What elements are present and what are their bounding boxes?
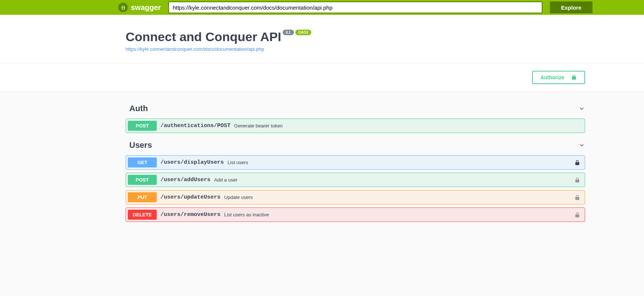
- method-badge: PUT: [128, 192, 157, 202]
- tag-header[interactable]: Auth: [126, 99, 585, 116]
- op-summary: List users: [228, 160, 248, 165]
- op-path: /users/removeUsers: [157, 212, 224, 218]
- spec-link[interactable]: https://kyle.connectandconquer.com/docs/…: [126, 46, 585, 52]
- op-summary: Update users: [224, 194, 253, 200]
- tags-section: AuthPOST/authentications/POSTGenerate be…: [0, 92, 644, 247]
- topbar: {·} swagger Explore: [0, 0, 644, 15]
- tag-name: Users: [129, 140, 152, 150]
- opblock[interactable]: POST/users/addUsersAdd a user: [126, 173, 585, 187]
- op-path: /users/addUsers: [157, 177, 214, 183]
- version-badge: 0.1: [283, 30, 294, 35]
- opblock[interactable]: GET/users/displayUsersList users: [126, 155, 585, 170]
- tag-header[interactable]: Users: [126, 136, 585, 152]
- tag-name: Auth: [129, 104, 148, 113]
- opblock[interactable]: DELETE/users/removeUsersList users as in…: [126, 207, 585, 222]
- lock-open-icon: [571, 74, 577, 80]
- info-section: Connect and Conquer API 0.1 OAS3 https:/…: [0, 15, 644, 63]
- op-summary: List users as inactive: [224, 212, 269, 217]
- auth-section: Authorize: [0, 63, 644, 92]
- method-badge: POST: [128, 121, 157, 131]
- api-title: Connect and Conquer API 0.1 OAS3: [126, 30, 311, 44]
- api-title-text: Connect and Conquer API: [126, 30, 281, 44]
- op-summary: Generate bearer token: [234, 123, 283, 129]
- chevron-down-icon: [578, 142, 585, 149]
- opblock[interactable]: POST/authentications/POSTGenerate bearer…: [126, 119, 585, 133]
- op-summary: Add a user: [214, 177, 238, 183]
- oas-badge: OAS3: [295, 30, 311, 35]
- lock-icon[interactable]: [574, 160, 580, 166]
- method-badge: DELETE: [128, 210, 157, 220]
- authorize-label: Authorize: [540, 74, 564, 80]
- opblock[interactable]: PUT/users/updateUsersUpdate users: [126, 190, 585, 204]
- lock-icon[interactable]: [574, 177, 580, 183]
- swagger-logo: {·} swagger: [118, 3, 161, 12]
- swagger-logo-mark: {·}: [118, 3, 128, 12]
- lock-icon[interactable]: [574, 212, 580, 218]
- spec-url-input[interactable]: [168, 1, 542, 13]
- lock-icon[interactable]: [574, 194, 580, 200]
- authorize-button[interactable]: Authorize: [532, 71, 585, 84]
- method-badge: GET: [128, 157, 157, 167]
- method-badge: POST: [128, 175, 157, 185]
- swagger-brand-text: swagger: [131, 3, 161, 12]
- op-path: /users/updateUsers: [157, 194, 224, 200]
- op-path: /authentications/POST: [157, 123, 234, 129]
- op-path: /users/displayUsers: [157, 159, 228, 166]
- chevron-down-icon: [578, 105, 585, 112]
- explore-button[interactable]: Explore: [550, 1, 592, 13]
